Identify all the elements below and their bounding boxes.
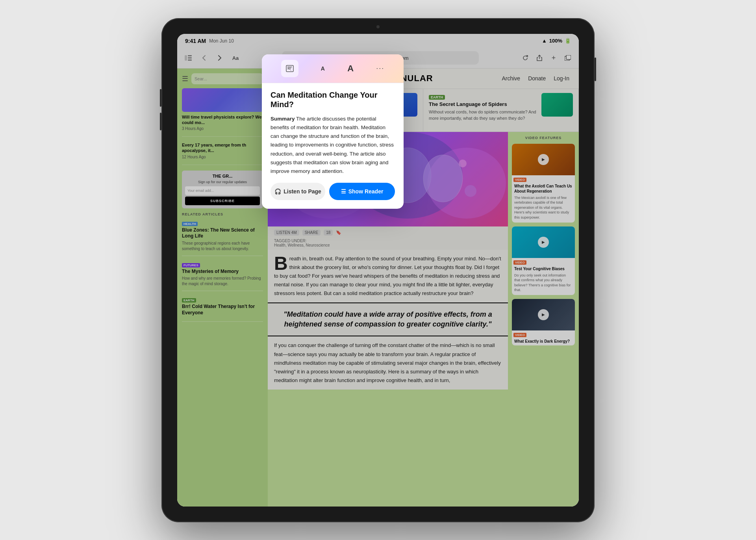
show-reader-button[interactable]: ☰ Show Reader bbox=[329, 183, 395, 200]
font-small-button[interactable]: A bbox=[321, 65, 325, 72]
popup-summary: Summary The article discusses the potent… bbox=[271, 115, 395, 176]
popup-body: Can Meditation Change Your Mind? Summary… bbox=[262, 83, 404, 209]
popup-toolbar: A A ··· bbox=[262, 54, 404, 83]
ipad-device: 9:41 AM Mon Jun 10 ▲ 100% 🔋 bbox=[161, 18, 595, 522]
volume-up-button[interactable] bbox=[160, 89, 161, 107]
listen-label: Listen to Page bbox=[284, 188, 321, 195]
popup-summary-text: The article discusses the potential bene… bbox=[271, 116, 394, 174]
volume-down-button[interactable] bbox=[160, 113, 161, 130]
font-large-button[interactable]: A bbox=[347, 63, 354, 74]
svg-point-20 bbox=[287, 67, 288, 67]
popup-actions: 🎧 Listen to Page ☰ Show Reader bbox=[271, 183, 395, 200]
reader-popup: A A ··· Can Meditation Change Your Mind?… bbox=[262, 54, 404, 209]
headphone-icon: 🎧 bbox=[274, 188, 281, 195]
reader-icon-button[interactable] bbox=[281, 60, 298, 77]
ipad-screen: 9:41 AM Mon Jun 10 ▲ 100% 🔋 bbox=[177, 34, 579, 507]
popup-article-title: Can Meditation Change Your Mind? bbox=[271, 90, 395, 109]
listen-to-page-button[interactable]: 🎧 Listen to Page bbox=[271, 183, 325, 200]
popup-summary-label: Summary bbox=[271, 116, 295, 122]
reader-label: Show Reader bbox=[348, 188, 384, 195]
more-options-button[interactable]: ··· bbox=[376, 64, 384, 72]
lines-icon: ☰ bbox=[341, 188, 346, 195]
svg-rect-17 bbox=[286, 65, 293, 72]
power-button[interactable] bbox=[595, 58, 596, 81]
